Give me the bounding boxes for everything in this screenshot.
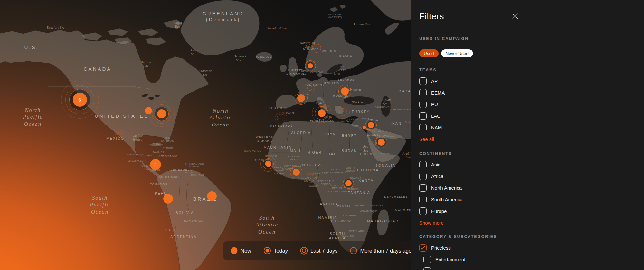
- checkbox-icon[interactable]: [419, 77, 427, 85]
- marker-dot: [318, 109, 326, 117]
- checkbox-icon[interactable]: [419, 89, 427, 96]
- checkbox-row-eu[interactable]: EU: [419, 101, 635, 108]
- marker-dot: [345, 180, 352, 186]
- marker-ring: [275, 112, 287, 124]
- marker-ring: [306, 172, 317, 183]
- marker-dot: 6: [73, 93, 87, 107]
- checkbox-row-asia[interactable]: Asia: [419, 161, 635, 168]
- marker-ring: [115, 130, 124, 139]
- marker-dot: [341, 87, 349, 95]
- marker-ring: [337, 106, 350, 119]
- filters-panel: Filters USED IN CAMPAIGNUsedNever UsedTE…: [411, 0, 644, 270]
- checkbox-icon[interactable]: [419, 161, 427, 168]
- checkbox-label: Priceless: [431, 244, 451, 252]
- see-all-link[interactable]: See all: [419, 136, 434, 142]
- legend-label: Last 7 days: [310, 248, 337, 254]
- map-legend: NowTodayLast 7 daysMore than 7 days ago: [223, 241, 411, 260]
- marker-ring: [305, 83, 315, 93]
- checkbox-label: Asia: [431, 161, 440, 168]
- checkbox-icon[interactable]: [419, 173, 427, 180]
- double-marker-icon: [300, 247, 308, 255]
- checkbox-icon[interactable]: [423, 256, 431, 263]
- world-map[interactable]: U.S.CANADAUNITED STATESBRAZILGREENLAND (…: [0, 0, 411, 270]
- checkbox-label: EEMA: [431, 89, 445, 96]
- checkbox-icon[interactable]: [419, 124, 427, 131]
- marker-dot: [163, 194, 173, 204]
- chip-never-used[interactable]: Never Used: [441, 49, 473, 57]
- checkbox-label: Africa: [431, 173, 443, 180]
- checkbox-label: LAC: [431, 112, 440, 120]
- checked-checkbox-icon[interactable]: [419, 244, 427, 252]
- section-heading-campaign: USED IN CAMPAIGN: [419, 36, 635, 41]
- hollow-marker-icon: [350, 247, 357, 255]
- checkbox-row-partial[interactable]: [423, 267, 635, 270]
- marker-dot: [378, 139, 385, 146]
- legend-item-ringed: Today: [263, 247, 288, 255]
- checkbox-icon[interactable]: [419, 196, 427, 203]
- checkbox-row-south-america[interactable]: South America: [419, 196, 635, 203]
- campaign-chip-group: UsedNever Used: [419, 49, 635, 57]
- checkbox-row-priceless[interactable]: Priceless: [419, 244, 635, 252]
- marker-dot: [265, 161, 271, 167]
- marker-dot: [308, 63, 313, 68]
- checkbox-label: Entertainment: [435, 256, 465, 263]
- checkbox-label: North America: [431, 184, 462, 192]
- legend-item-double: Last 7 days: [300, 247, 337, 255]
- world-map-landmass: [0, 0, 411, 270]
- section-heading-teams: TEAMS: [419, 67, 635, 73]
- filters-panel-title: Filters: [419, 12, 635, 22]
- legend-label: Now: [241, 248, 251, 254]
- marker-dot: [293, 169, 300, 176]
- checkbox-row-africa[interactable]: Africa: [419, 173, 635, 180]
- checkbox-icon[interactable]: [419, 112, 427, 120]
- close-icon[interactable]: [511, 12, 519, 20]
- marker-dot: [297, 94, 305, 102]
- checkbox-row-ap[interactable]: AP: [419, 77, 635, 85]
- checkbox-label: AP: [431, 77, 438, 85]
- legend-label: More than 7 days ago: [360, 248, 411, 254]
- marker-ring: [312, 44, 321, 53]
- campaign-map-screen: U.S.CANADAUNITED STATESBRAZILGREENLAND (…: [0, 0, 644, 270]
- checkbox-icon[interactable]: [419, 101, 427, 108]
- checkbox-row-europe[interactable]: Europe: [419, 207, 635, 215]
- show-more-link[interactable]: Show more: [419, 220, 444, 226]
- legend-item-hollow: More than 7 days ago: [350, 247, 411, 255]
- marker-dot: [157, 109, 166, 118]
- marker-dot: [363, 126, 366, 129]
- checkbox-label: EU: [431, 101, 438, 108]
- marker-dot: [207, 191, 217, 201]
- checkbox-icon[interactable]: [419, 207, 427, 215]
- checkbox-group-continents: AsiaAfricaNorth AmericaSouth AmericaEuro…: [419, 161, 635, 215]
- checkbox-label: Europe: [431, 207, 447, 215]
- legend-label: Today: [274, 248, 288, 254]
- section-heading-continents: CONTINENTS: [419, 151, 635, 156]
- filters-panel-body: USED IN CAMPAIGNUsedNever UsedTEAMSAPEEM…: [419, 36, 635, 270]
- checkbox-row-lac[interactable]: LAC: [419, 112, 635, 120]
- marker-count-label: 2: [154, 162, 157, 167]
- marker-dot: 2: [150, 159, 161, 170]
- marker-count-label: 6: [79, 97, 81, 103]
- checkbox-row-eema[interactable]: EEMA: [419, 89, 635, 96]
- checkbox-row-entertainment[interactable]: Entertainment: [423, 256, 635, 263]
- checkbox-label: South America: [431, 196, 463, 203]
- marker-dot: [368, 122, 374, 128]
- checkbox-row-nam[interactable]: NAM: [419, 124, 635, 131]
- solid-marker-icon: [230, 247, 238, 255]
- checkbox-label: NAM: [431, 124, 442, 131]
- chip-used[interactable]: Used: [419, 49, 439, 57]
- checkbox-group-teams: APEEMAEULACNAM: [419, 77, 635, 131]
- legend-item-solid: Now: [230, 247, 251, 255]
- checkbox-icon[interactable]: [423, 267, 431, 270]
- checkbox-group-categories: PricelessEntertainment: [419, 244, 635, 270]
- checkbox-icon[interactable]: [419, 184, 427, 192]
- checkbox-row-north-america[interactable]: North America: [419, 184, 635, 192]
- ringed-marker-icon: [263, 247, 271, 255]
- section-heading-categories: CATEGORY & SUBCATEGORIES: [419, 234, 635, 239]
